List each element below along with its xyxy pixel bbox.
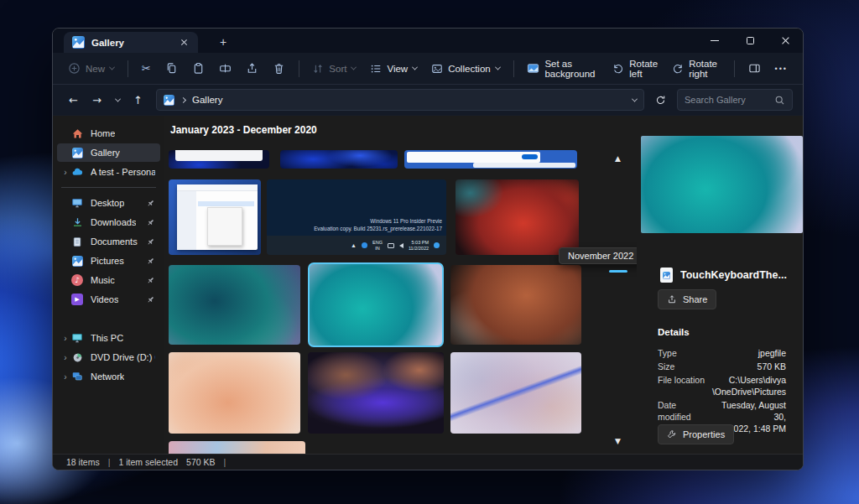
tray-chevron-icon: ▲ — [351, 242, 357, 248]
tab-bar: Gallery + — [53, 29, 803, 53]
see-more-button[interactable]: ••• — [768, 60, 794, 78]
search-input[interactable] — [685, 95, 774, 105]
new-plus-icon — [68, 62, 81, 75]
selection-size: 570 KB — [186, 457, 215, 467]
share-label: Share — [683, 294, 707, 304]
new-button[interactable]: New — [61, 57, 121, 80]
this-pc-icon — [70, 331, 84, 345]
network-icon — [70, 370, 84, 383]
expand-chevron-icon[interactable]: › — [60, 168, 70, 177]
thumbnail-settings-screenshot-partial[interactable] — [404, 150, 577, 169]
thumbnail-explorer-screenshot[interactable] — [169, 179, 261, 255]
file-icon — [660, 268, 673, 283]
sort-label: Sort — [329, 64, 346, 74]
sidebar-item-home[interactable]: Home — [57, 124, 160, 143]
close-button[interactable] — [768, 29, 803, 53]
properties-button[interactable]: Properties — [658, 424, 734, 444]
scrubber-handle[interactable] — [609, 270, 627, 273]
search-icon — [774, 95, 785, 106]
sidebar-item-dvd-drive[interactable]: › DVD Drive (D:) CCC — [57, 348, 160, 366]
desktop-icon — [70, 196, 84, 210]
thumbnail-wallpaper-peach[interactable] — [169, 352, 300, 434]
thumbnail-wallpaper-teal-dark[interactable] — [169, 265, 300, 345]
sidebar-item-videos[interactable]: ▶ Videos — [57, 290, 160, 309]
sidebar-item-music[interactable]: ♪ Music — [57, 271, 160, 289]
sidebar-item-desktop[interactable]: Desktop — [57, 194, 160, 212]
file-explorer-window: Gallery + New ✂ Sort View — [52, 28, 804, 470]
sidebar-item-pictures[interactable]: Pictures — [57, 252, 160, 270]
collection-button[interactable]: Collection — [424, 58, 507, 80]
refresh-button[interactable] — [650, 90, 671, 111]
status-bar: 18 items | 1 item selected 570 KB | — [53, 454, 803, 470]
selection-count: 1 item selected — [118, 457, 178, 467]
rotate-left-button[interactable]: Rotate left — [606, 54, 664, 84]
music-icon: ♪ — [70, 273, 84, 287]
tab-gallery[interactable]: Gallery — [64, 32, 198, 53]
up-button[interactable]: ↑ — [128, 90, 148, 111]
collection-icon — [431, 63, 443, 75]
expand-chevron-icon[interactable]: › — [60, 353, 70, 362]
thumbnail-wallpaper-purple[interactable] — [308, 352, 444, 434]
detail-row-type: Type jpegfile — [658, 347, 786, 359]
rename-button[interactable] — [212, 57, 238, 80]
details-pane: TouchKeyboardThe... Share Details Type j… — [637, 116, 804, 454]
view-icon — [370, 63, 382, 75]
paste-button[interactable] — [185, 57, 211, 80]
copy-button[interactable] — [159, 57, 185, 80]
tab-close-icon[interactable] — [178, 36, 191, 49]
sidebar-item-downloads[interactable]: Downloads — [57, 213, 160, 231]
breadcrumb-separator-icon — [180, 96, 186, 102]
scrubber-down-icon[interactable]: ▼ — [615, 437, 621, 445]
breadcrumb[interactable]: Gallery — [192, 95, 222, 105]
minimize-button[interactable] — [697, 29, 732, 53]
address-dropdown-icon[interactable] — [632, 96, 638, 101]
search-box — [677, 89, 793, 111]
mini-taskbar: ▲ ENGIN 5:03 PM11/2/2022 — [267, 236, 446, 255]
pin-icon — [146, 218, 155, 227]
share-button-toolbar[interactable] — [239, 57, 265, 80]
recent-locations-button[interactable] — [110, 90, 125, 111]
new-tab-button[interactable]: + — [214, 34, 232, 50]
thumbnail-wallpaper-teal-selected[interactable] — [308, 262, 444, 347]
expand-chevron-icon[interactable]: › — [60, 372, 70, 382]
view-button[interactable]: View — [363, 58, 424, 80]
sidebar-item-onedrive[interactable]: › A test - Personal — [57, 163, 160, 181]
thumbnail-desktop-screenshot[interactable]: Windows 11 Pro Insider Previe Evaluation… — [267, 179, 446, 255]
onedrive-cloud-icon — [70, 165, 84, 179]
maximize-button[interactable] — [732, 29, 768, 53]
thumbnail-screenshot-partial-1[interactable] — [169, 150, 269, 169]
rotate-right-button[interactable]: Rotate right — [665, 54, 727, 84]
pictures-icon — [70, 254, 84, 268]
share-button[interactable]: Share — [658, 289, 716, 309]
collection-label: Collection — [448, 64, 491, 74]
forward-button[interactable]: → — [86, 90, 107, 111]
sidebar-item-network[interactable]: › Network — [57, 367, 160, 386]
documents-icon — [70, 235, 84, 248]
properties-label: Properties — [683, 429, 725, 439]
set-as-background-button[interactable]: Set as background — [520, 54, 605, 84]
back-button[interactable]: ← — [63, 90, 84, 111]
thumbnail-wallpaper-red[interactable] — [456, 179, 579, 255]
pin-icon — [146, 295, 155, 304]
expand-chevron-icon[interactable]: › — [60, 334, 70, 343]
scrubber-up-icon[interactable]: ▲ — [615, 154, 621, 163]
sidebar-divider — [61, 187, 156, 188]
sidebar-item-documents[interactable]: Documents — [57, 232, 160, 251]
view-label: View — [387, 64, 408, 74]
downloads-icon — [70, 216, 84, 229]
thumbnail-wallpaper-lavender[interactable] — [450, 352, 581, 434]
address-field[interactable]: Gallery — [156, 89, 644, 111]
delete-button[interactable] — [266, 57, 292, 80]
display-icon — [388, 243, 394, 248]
sidebar-item-this-pc[interactable]: › This PC — [57, 329, 160, 347]
cut-button[interactable]: ✂ — [135, 57, 158, 80]
copy-icon — [165, 62, 178, 75]
sidebar-item-gallery[interactable]: Gallery — [57, 143, 160, 162]
items-count: 18 items — [66, 457, 100, 467]
navigation-pane: Home Gallery › A test - Personal Desktop… — [53, 116, 164, 454]
preview-pane-button[interactable] — [742, 57, 768, 80]
sort-button[interactable]: Sort — [305, 58, 362, 80]
thumbnail-blue-fabric-partial[interactable] — [280, 150, 398, 169]
thumbnail-wallpaper-copper[interactable] — [450, 265, 581, 345]
rotate-right-icon — [672, 63, 684, 75]
